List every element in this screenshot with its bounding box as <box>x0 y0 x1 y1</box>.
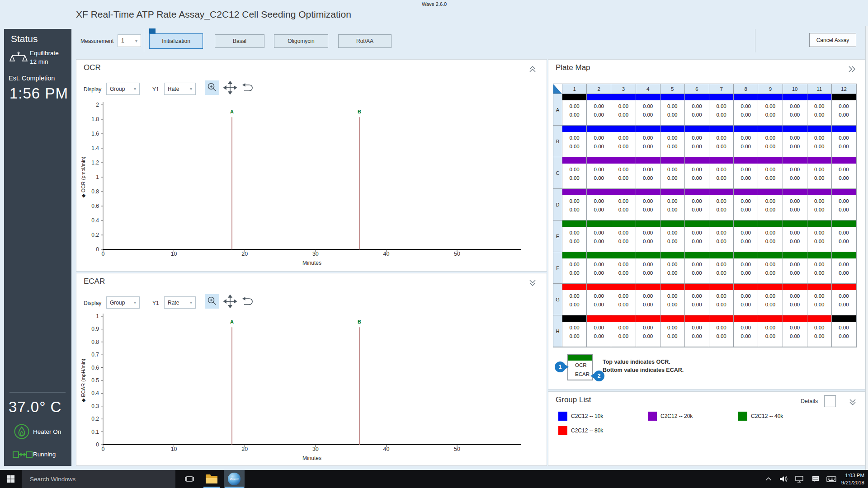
plate-well-F8[interactable]: 0.000.00 <box>734 252 758 284</box>
pan-tool-icon[interactable] <box>223 80 237 95</box>
plate-well-B2[interactable]: 0.000.00 <box>587 126 611 157</box>
plate-row-header-G[interactable]: G <box>553 284 562 315</box>
plate-col-header-12[interactable]: 12 <box>832 84 856 94</box>
phase-button-oligomycin[interactable]: Oligomycin <box>274 34 328 48</box>
plate-well-B3[interactable]: 0.000.00 <box>611 126 636 157</box>
plate-well-G11[interactable]: 0.000.00 <box>807 284 832 315</box>
plate-well-A1[interactable]: 0.000.00 <box>562 94 587 126</box>
plate-well-D6[interactable]: 0.000.00 <box>685 189 709 221</box>
plate-well-C9[interactable]: 0.000.00 <box>758 157 783 189</box>
plate-well-E7[interactable]: 0.000.00 <box>709 221 734 252</box>
plate-well-E10[interactable]: 0.000.00 <box>783 221 807 252</box>
plate-well-E1[interactable]: 0.000.00 <box>562 221 587 252</box>
plate-well-H2[interactable]: 0.000.00 <box>587 315 611 347</box>
scrollbar-gutter[interactable] <box>865 26 868 470</box>
plate-well-B1[interactable]: 0.000.00 <box>562 126 587 157</box>
plate-well-F2[interactable]: 0.000.00 <box>587 252 611 284</box>
plate-well-D7[interactable]: 0.000.00 <box>709 189 734 221</box>
plate-well-C6[interactable]: 0.000.00 <box>685 157 709 189</box>
collapse-down-icon[interactable] <box>849 398 857 406</box>
plate-row-header-H[interactable]: H <box>553 315 562 347</box>
plate-well-E9[interactable]: 0.000.00 <box>758 221 783 252</box>
plate-well-D11[interactable]: 0.000.00 <box>807 189 832 221</box>
plate-well-D3[interactable]: 0.000.00 <box>611 189 636 221</box>
plate-well-D2[interactable]: 0.000.00 <box>587 189 611 221</box>
collapse-down-icon[interactable] <box>528 279 537 287</box>
plate-well-H8[interactable]: 0.000.00 <box>734 315 758 347</box>
group-item-2[interactable]: C2C12 -- 20k <box>648 412 693 421</box>
wave-app-button[interactable]: Wave <box>224 470 245 488</box>
volume-button[interactable] <box>776 470 790 488</box>
plate-well-A4[interactable]: 0.000.00 <box>636 94 660 126</box>
plate-well-E11[interactable]: 0.000.00 <box>807 221 832 252</box>
plate-col-header-4[interactable]: 4 <box>636 84 660 94</box>
plate-well-H3[interactable]: 0.000.00 <box>611 315 636 347</box>
cancel-assay-button[interactable]: Cancel Assay <box>809 33 856 47</box>
plate-well-E4[interactable]: 0.000.00 <box>636 221 660 252</box>
plate-well-H12[interactable]: 0.000.00 <box>832 315 856 347</box>
plate-row-header-D[interactable]: D <box>553 189 562 221</box>
plate-well-A9[interactable]: 0.000.00 <box>758 94 783 126</box>
plate-well-H11[interactable]: 0.000.00 <box>807 315 832 347</box>
plate-well-F1[interactable]: 0.000.00 <box>562 252 587 284</box>
plate-well-A10[interactable]: 0.000.00 <box>783 94 807 126</box>
plate-row-header-E[interactable]: E <box>553 221 562 252</box>
phase-button-initialization[interactable]: Initialization <box>149 33 203 49</box>
plate-row-header-C[interactable]: C <box>553 157 562 189</box>
plate-well-A7[interactable]: 0.000.00 <box>709 94 734 126</box>
zoom-tool-icon[interactable] <box>205 294 219 309</box>
undo-zoom-icon[interactable] <box>240 80 255 95</box>
plate-well-D8[interactable]: 0.000.00 <box>734 189 758 221</box>
plate-well-G4[interactable]: 0.000.00 <box>636 284 660 315</box>
plate-well-C3[interactable]: 0.000.00 <box>611 157 636 189</box>
plate-col-header-7[interactable]: 7 <box>709 84 734 94</box>
plate-well-C5[interactable]: 0.000.00 <box>660 157 685 189</box>
plate-well-B9[interactable]: 0.000.00 <box>758 126 783 157</box>
display-dropdown[interactable]: Group ▾ <box>106 296 140 309</box>
plate-well-G12[interactable]: 0.000.00 <box>832 284 856 315</box>
plate-well-A3[interactable]: 0.000.00 <box>611 94 636 126</box>
plate-well-D1[interactable]: 0.000.00 <box>562 189 587 221</box>
task-view-button[interactable] <box>179 470 200 488</box>
plate-well-A12[interactable]: 0.000.00 <box>832 94 856 126</box>
plate-well-G6[interactable]: 0.000.00 <box>685 284 709 315</box>
network-button[interactable] <box>792 470 807 488</box>
taskbar-clock[interactable]: 1:03 PM 9/21/2018 <box>833 472 864 486</box>
plate-well-B12[interactable]: 0.000.00 <box>832 126 856 157</box>
plate-well-F11[interactable]: 0.000.00 <box>807 252 832 284</box>
plate-select-all-corner[interactable] <box>553 84 562 94</box>
undo-zoom-icon[interactable] <box>240 294 255 309</box>
plate-col-header-8[interactable]: 8 <box>734 84 758 94</box>
plate-well-C2[interactable]: 0.000.00 <box>587 157 611 189</box>
plate-well-F9[interactable]: 0.000.00 <box>758 252 783 284</box>
plate-well-E6[interactable]: 0.000.00 <box>685 221 709 252</box>
plate-well-D9[interactable]: 0.000.00 <box>758 189 783 221</box>
plate-well-D10[interactable]: 0.000.00 <box>783 189 807 221</box>
plate-well-G8[interactable]: 0.000.00 <box>734 284 758 315</box>
plate-row-header-B[interactable]: B <box>553 126 562 157</box>
plate-well-E8[interactable]: 0.000.00 <box>734 221 758 252</box>
group-item-4[interactable]: C2C12 -- 80k <box>558 426 603 435</box>
plate-well-F10[interactable]: 0.000.00 <box>783 252 807 284</box>
plate-well-G1[interactable]: 0.000.00 <box>562 284 587 315</box>
plate-well-F5[interactable]: 0.000.00 <box>660 252 685 284</box>
taskbar-search-input[interactable]: Search Windows <box>22 470 175 488</box>
plate-well-E2[interactable]: 0.000.00 <box>587 221 611 252</box>
plate-well-B11[interactable]: 0.000.00 <box>807 126 832 157</box>
details-checkbox[interactable] <box>824 395 836 407</box>
plate-well-C11[interactable]: 0.000.00 <box>807 157 832 189</box>
plate-well-C7[interactable]: 0.000.00 <box>709 157 734 189</box>
plate-well-B5[interactable]: 0.000.00 <box>660 126 685 157</box>
plate-col-header-5[interactable]: 5 <box>660 84 685 94</box>
plate-well-H7[interactable]: 0.000.00 <box>709 315 734 347</box>
plate-col-header-2[interactable]: 2 <box>587 84 611 94</box>
plate-col-header-10[interactable]: 10 <box>783 84 807 94</box>
plate-well-H1[interactable]: 0.000.00 <box>562 315 587 347</box>
phase-button-basal[interactable]: Basal <box>215 34 264 48</box>
plate-well-G7[interactable]: 0.000.00 <box>709 284 734 315</box>
plate-well-D4[interactable]: 0.000.00 <box>636 189 660 221</box>
collapse-up-icon[interactable] <box>528 65 537 73</box>
plate-well-B6[interactable]: 0.000.00 <box>685 126 709 157</box>
action-center-button[interactable] <box>808 470 823 488</box>
plate-well-A6[interactable]: 0.000.00 <box>685 94 709 126</box>
